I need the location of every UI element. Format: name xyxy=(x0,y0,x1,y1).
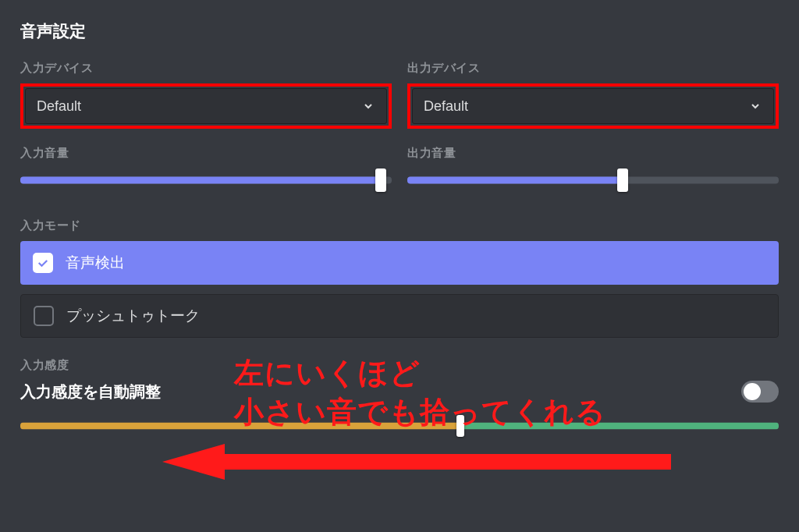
slider-thumb[interactable] xyxy=(375,168,386,192)
input-device-highlight: Default xyxy=(20,83,392,129)
sensitivity-slider[interactable] xyxy=(20,417,779,435)
chevron-down-icon xyxy=(748,99,762,113)
svg-marker-0 xyxy=(162,444,671,480)
checkbox-checked-icon xyxy=(33,253,53,273)
input-volume-slider[interactable] xyxy=(20,168,392,192)
voice-activity-label: 音声検出 xyxy=(66,253,125,273)
page-title: 音声設定 xyxy=(20,20,779,42)
sensitivity-label: 入力感度 xyxy=(20,358,779,373)
output-volume-slider[interactable] xyxy=(407,168,779,192)
sensitivity-low-zone xyxy=(20,423,460,430)
sensitivity-high-zone xyxy=(460,423,779,430)
sensitivity-thumb[interactable] xyxy=(456,415,464,437)
input-volume-label: 入力音量 xyxy=(20,146,392,161)
input-device-value: Default xyxy=(37,98,81,115)
toggle-knob xyxy=(744,383,761,400)
input-mode-push-to-talk[interactable]: プッシュトゥトーク xyxy=(20,294,779,338)
input-mode-label: 入力モード xyxy=(20,218,779,233)
output-volume-label: 出力音量 xyxy=(407,146,779,161)
input-device-select[interactable]: Default xyxy=(25,88,387,124)
output-device-highlight: Default xyxy=(407,83,779,129)
slider-thumb[interactable] xyxy=(617,168,628,192)
chevron-down-icon xyxy=(361,99,375,113)
output-device-select[interactable]: Default xyxy=(412,88,774,124)
sensitivity-track xyxy=(20,423,779,430)
auto-sensitivity-label: 入力感度を自動調整 xyxy=(20,381,161,403)
input-mode-voice-activity[interactable]: 音声検出 xyxy=(20,241,779,285)
push-to-talk-label: プッシュトゥトーク xyxy=(66,306,200,326)
checkbox-unchecked-icon xyxy=(34,306,54,326)
annotation-arrow-icon xyxy=(162,444,671,480)
auto-sensitivity-toggle[interactable] xyxy=(741,381,779,403)
output-device-label: 出力デバイス xyxy=(407,61,779,76)
slider-fill xyxy=(20,177,381,184)
output-device-value: Default xyxy=(424,98,468,115)
input-device-label: 入力デバイス xyxy=(20,61,392,76)
slider-fill xyxy=(407,177,623,184)
